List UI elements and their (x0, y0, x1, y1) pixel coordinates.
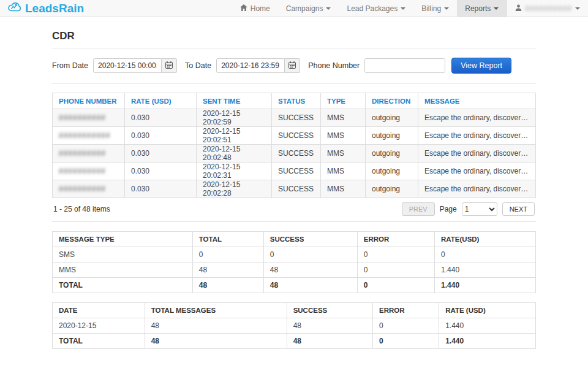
column-header-rate: RATE(USD) (435, 232, 536, 247)
summary-header-row: MESSAGE TYPE TOTAL SUCCESS ERROR RATE(US… (53, 232, 536, 247)
top-navbar: LeadsRain Home Campaigns Lead Packages B… (0, 0, 588, 17)
primary-nav: Home Campaigns Lead Packages Billing Rep… (232, 0, 588, 17)
page-title: CDR (52, 30, 536, 42)
cloud-chart-icon (7, 1, 23, 16)
filter-bar: From Date To Date Phone Number View Repo… (52, 48, 536, 83)
chevron-down-icon (575, 7, 580, 10)
column-header-error: ERROR (373, 303, 439, 318)
cdr-header-row: PHONE NUMBER RATE (USD) SENT TIME STATUS… (53, 93, 536, 109)
brand-name: LeadsRain (25, 2, 84, 15)
pager-summary: 1 - 25 of 48 items (53, 205, 110, 213)
cell-error: 0 (373, 334, 439, 349)
cell-phone-number: ########## (53, 109, 125, 127)
nav-label: Reports (465, 4, 491, 13)
cell-total: 48 (192, 263, 263, 278)
prev-page-button[interactable]: PREV (402, 202, 435, 216)
cell-phone-number: ########## (53, 145, 125, 163)
nav-label: Lead Packages (347, 4, 398, 13)
chevron-down-icon (401, 7, 405, 10)
cell-type: MMS (321, 145, 366, 163)
cell-total-messages: 48 (145, 318, 287, 334)
table-row: ########## 0.030 2020-12-15 20:02:31 SUC… (53, 163, 536, 180)
column-header-error: ERROR (357, 232, 434, 247)
cell-success: 0 (263, 247, 357, 263)
cell-total: 0 (192, 247, 263, 263)
summary-by-date-table: DATE TOTAL MESSAGES SUCCESS ERROR RATE (… (52, 302, 536, 349)
chevron-down-icon (494, 7, 499, 10)
cell-rate: 1.440 (435, 263, 536, 278)
column-header-phone-number[interactable]: PHONE NUMBER (53, 93, 125, 109)
column-header-direction[interactable]: DIRECTION (366, 93, 418, 109)
table-row: ########## 0.030 2020-12-15 20:02:28 SUC… (53, 180, 536, 198)
cell-message: Escape the ordinary, discover the extrao… (418, 127, 536, 145)
column-header-sent-time[interactable]: SENT TIME (197, 93, 272, 109)
nav-label: Campaigns (286, 4, 323, 13)
cell-error: 0 (357, 278, 434, 293)
cell-error: 0 (373, 318, 439, 334)
next-page-button[interactable]: NEXT (502, 202, 535, 216)
home-icon (240, 4, 247, 13)
cell-error: 0 (357, 247, 434, 263)
summary-by-message-type-table: MESSAGE TYPE TOTAL SUCCESS ERROR RATE(US… (52, 231, 536, 293)
nav-item-home[interactable]: Home (232, 0, 278, 17)
cell-rate: 0 (435, 247, 536, 263)
cell-success: 48 (263, 263, 357, 278)
column-header-status[interactable]: STATUS (272, 93, 321, 109)
cdr-table: PHONE NUMBER RATE (USD) SENT TIME STATUS… (52, 93, 536, 198)
summary-header-row: DATE TOTAL MESSAGES SUCCESS ERROR RATE (… (53, 303, 536, 318)
page-container: CDR From Date To Date Phone Number View … (52, 30, 536, 349)
from-date-calendar-button[interactable] (162, 58, 177, 73)
cell-rate: 0.030 (125, 145, 197, 163)
to-date-input[interactable] (216, 58, 285, 73)
phone-number-input[interactable] (364, 58, 445, 73)
column-header-type[interactable]: TYPE (321, 93, 366, 109)
column-header-success: SUCCESS (287, 303, 372, 318)
cell-rate: 0.030 (125, 127, 197, 145)
view-report-button[interactable]: View Report (451, 58, 511, 74)
cell-status: SUCCESS (272, 109, 321, 127)
cell-rate: 0.030 (125, 163, 197, 180)
user-name: ########## (525, 4, 572, 13)
nav-item-reports[interactable]: Reports (457, 0, 507, 17)
cell-status: SUCCESS (272, 127, 321, 145)
table-row: MMS 48 48 0 1.440 (53, 263, 536, 278)
table-row: 2020-12-15 48 48 0 1.440 (53, 318, 536, 334)
nav-label: Home (251, 4, 270, 13)
cell-direction: outgoing (366, 163, 418, 180)
brand-logo[interactable]: LeadsRain (7, 0, 84, 17)
cell-message-type: TOTAL (53, 278, 193, 293)
total-row: TOTAL 48 48 0 1.440 (53, 278, 536, 293)
cell-direction: outgoing (366, 180, 418, 198)
cell-rate: 1.440 (439, 334, 536, 349)
column-header-message[interactable]: MESSAGE (418, 93, 536, 109)
cell-message-type: SMS (53, 247, 193, 263)
to-date-calendar-button[interactable] (285, 58, 300, 73)
cell-error: 0 (357, 263, 434, 278)
cell-success: 48 (263, 278, 357, 293)
nav-item-billing[interactable]: Billing (413, 0, 457, 17)
cell-status: SUCCESS (272, 145, 321, 163)
cell-type: MMS (321, 127, 366, 145)
cell-rate: 0.030 (125, 109, 197, 127)
cell-success: 48 (287, 318, 372, 334)
cell-date: 2020-12-15 (53, 318, 145, 334)
page-select[interactable]: 1 (462, 202, 497, 216)
cell-sent-time: 2020-12-15 20:02:28 (197, 180, 272, 198)
cell-sent-time: 2020-12-15 20:02:51 (197, 127, 272, 145)
column-header-rate[interactable]: RATE (USD) (125, 93, 197, 109)
cell-phone-number: ########## (53, 163, 125, 180)
cell-rate: 1.440 (435, 278, 536, 293)
cell-status: SUCCESS (272, 180, 321, 198)
from-date-group (93, 58, 177, 73)
total-row: TOTAL 48 48 0 1.440 (53, 334, 536, 349)
nav-item-lead-packages[interactable]: Lead Packages (339, 0, 413, 17)
cell-message: Escape the ordinary, discover the extrao… (418, 163, 536, 180)
nav-item-campaigns[interactable]: Campaigns (278, 0, 339, 17)
from-date-input[interactable] (93, 58, 162, 73)
calendar-icon (288, 61, 296, 71)
cell-success: 48 (287, 334, 372, 349)
cell-direction: outgoing (366, 127, 418, 145)
table-row: ########## 0.030 2020-12-15 20:02:48 SUC… (53, 145, 536, 163)
chevron-down-icon (444, 7, 449, 10)
nav-item-user-menu[interactable]: ########## (507, 0, 588, 17)
